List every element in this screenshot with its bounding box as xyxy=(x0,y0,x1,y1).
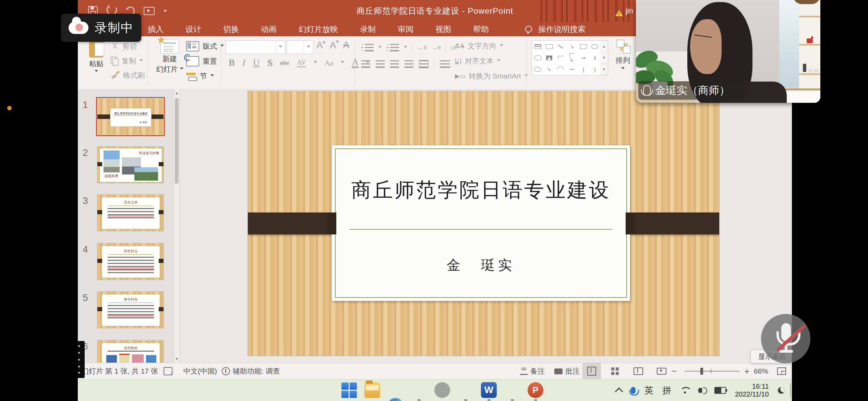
reading-view-button[interactable] xyxy=(629,363,648,379)
slide-thumbnail-2[interactable]: 毕业生与外教 校园风景 xyxy=(97,147,164,183)
normal-view-button[interactable] xyxy=(582,363,601,379)
tab-animations[interactable]: 动画 xyxy=(259,24,279,35)
italic-button[interactable]: I xyxy=(242,58,245,68)
paste-button[interactable]: 粘贴 xyxy=(85,40,107,74)
layout-button[interactable]: 版式 xyxy=(186,41,224,51)
mute-microphone-button[interactable] xyxy=(761,314,810,363)
reset-button[interactable]: 重置 xyxy=(186,56,217,66)
scrollbar-thumb[interactable] xyxy=(175,98,179,184)
spellcheck-status[interactable] xyxy=(164,363,172,379)
copy-button[interactable]: 复制 xyxy=(111,56,143,66)
columns-button[interactable] xyxy=(440,60,450,68)
customize-qat-chevron-icon[interactable] xyxy=(164,10,167,14)
ime-pinyin-indicator[interactable]: 拼 xyxy=(662,385,671,397)
speaker-icon[interactable] xyxy=(699,388,702,393)
powerpoint-icon[interactable]: P xyxy=(528,382,543,398)
numbering-chevron-icon[interactable] xyxy=(404,46,407,50)
convert-smartart-button[interactable]: ▶▭ 转换为 SmartArt xyxy=(455,71,528,81)
tab-design[interactable]: 设计 xyxy=(183,24,203,35)
new-slide-button[interactable]: 新建 幻灯片 xyxy=(155,39,184,74)
align-text-button[interactable]: [↕] 对齐文本 xyxy=(455,56,501,66)
taskbar-clock[interactable]: 16:11 2022/11/10 xyxy=(735,382,769,398)
notes-button[interactable]: 备注 xyxy=(520,363,545,379)
text-shadow-button[interactable]: S xyxy=(267,58,273,68)
bullets-chevron-icon[interactable] xyxy=(378,46,382,50)
slide-author-text[interactable]: 金 珽实 xyxy=(332,256,630,275)
underline-button[interactable]: U xyxy=(253,58,260,68)
scroll-up-icon[interactable]: ▲ xyxy=(174,89,180,97)
file-explorer-icon[interactable] xyxy=(364,382,380,398)
comments-button[interactable]: 批注 xyxy=(554,363,580,379)
distribute-button[interactable] xyxy=(419,60,429,68)
shape-gallery-scroll[interactable]: ▲ ▼ ▼ xyxy=(600,40,608,75)
font-name-combobox[interactable] xyxy=(226,40,285,54)
align-left-button[interactable] xyxy=(361,60,370,68)
bullets-button[interactable] xyxy=(365,44,374,51)
case-chevron-icon[interactable] xyxy=(341,61,344,65)
clear-formatting-button[interactable]: A xyxy=(343,40,349,51)
character-spacing-button[interactable]: AV xyxy=(297,59,306,67)
start-button[interactable] xyxy=(341,382,358,399)
change-case-button[interactable]: Aa xyxy=(325,59,334,68)
shrink-font-button[interactable]: A▼ xyxy=(330,40,336,51)
tab-slideshow[interactable]: 幻灯片放映 xyxy=(297,24,340,35)
slide-thumbnail-3[interactable]: 历史沿革 xyxy=(97,195,164,231)
bold-button[interactable]: B xyxy=(229,58,235,68)
slide-canvas[interactable]: 商丘师范学院日语专业建设 金 珽实 xyxy=(248,91,719,356)
battery-icon[interactable] xyxy=(714,387,726,394)
font-size-combobox[interactable] xyxy=(287,40,313,54)
wifi-icon[interactable] xyxy=(680,387,690,394)
tab-insert[interactable]: 插入 xyxy=(146,24,166,35)
app-icon-gray[interactable] xyxy=(434,382,450,398)
word-icon[interactable]: W xyxy=(481,382,497,398)
slide-title-card[interactable]: 商丘师范学院日语专业建设 金 珽实 xyxy=(332,145,630,301)
text-direction-button[interactable]: ⇅A 文字方向 xyxy=(455,41,503,51)
thumbnail-scrollbar[interactable]: ▲ ▼ xyxy=(174,89,180,363)
slideshow-view-button[interactable] xyxy=(652,363,671,379)
tab-view[interactable]: 视图 xyxy=(433,24,453,35)
decrease-indent-button[interactable]: ←≡ xyxy=(417,44,426,51)
align-center-button[interactable] xyxy=(376,60,385,68)
slide-thumbnail-1[interactable]: 商丘师范学院日语专业建设 金 珽实 xyxy=(97,98,164,135)
font-color-button[interactable]: A xyxy=(352,58,359,68)
slide-thumbnail-4[interactable]: 师资队伍 xyxy=(97,243,164,280)
tray-overflow-chevron-icon[interactable] xyxy=(615,387,623,396)
format-painter-button[interactable]: 格式刷 xyxy=(111,71,145,80)
zoom-slider-thumb[interactable] xyxy=(700,368,703,375)
numbering-button[interactable] xyxy=(390,44,399,51)
cut-button[interactable]: 剪切 xyxy=(111,42,137,51)
tray-microphone-icon[interactable] xyxy=(631,387,636,394)
slide-thumbnail-5[interactable]: 教学特色 xyxy=(97,292,164,328)
align-right-button[interactable] xyxy=(390,60,399,68)
zoom-in-button[interactable]: + xyxy=(744,363,749,379)
webcam-video-overlay[interactable]: 金珽实（商师） xyxy=(636,0,820,103)
start-slideshow-icon[interactable] xyxy=(144,7,155,15)
tell-me-search[interactable]: 操作说明搜索 xyxy=(525,24,588,35)
zoom-slider[interactable] xyxy=(685,363,739,379)
slide-sorter-view-button[interactable] xyxy=(606,363,624,379)
accessibility-status[interactable]: 辅助功能: 调查 xyxy=(222,363,280,379)
zoom-percentage[interactable]: 66% xyxy=(754,363,768,379)
slide-counter[interactable]: 幻灯片 第 1 张, 共 17 张 xyxy=(82,363,158,379)
fit-to-window-button[interactable] xyxy=(777,363,786,379)
section-button[interactable]: 节 xyxy=(186,71,214,81)
show-desktop-strip[interactable] xyxy=(790,384,791,397)
strikethrough-button[interactable]: abc xyxy=(280,59,290,67)
arrange-button[interactable]: 排列 xyxy=(613,40,633,71)
ime-language-indicator[interactable]: 英 xyxy=(644,385,653,397)
slide-title-text[interactable]: 商丘师范学院日语专业建设 xyxy=(332,177,630,204)
slide-thumbnail-6[interactable]: 使用教材 xyxy=(97,340,164,363)
zoom-out-button[interactable]: − xyxy=(672,363,677,379)
increase-indent-button[interactable]: →≡ xyxy=(431,44,441,51)
account-area[interactable]: jin xyxy=(615,0,633,22)
language-status[interactable]: 中文(中国) xyxy=(183,363,217,379)
spacing-chevron-icon[interactable] xyxy=(314,61,317,65)
tab-transitions[interactable]: 切换 xyxy=(221,24,241,35)
recording-badge[interactable]: 录制中 xyxy=(61,14,141,42)
grow-font-button[interactable]: A▲ xyxy=(316,40,323,51)
tab-review[interactable]: 审阅 xyxy=(396,24,415,35)
tab-help[interactable]: 帮助 xyxy=(471,24,491,35)
justify-button[interactable] xyxy=(405,60,413,68)
tab-record[interactable]: 录制 xyxy=(358,24,378,35)
shape-gallery[interactable]: ↘ ↳ ⇒ ⇓ ∿ 〜 { } xyxy=(532,40,601,75)
